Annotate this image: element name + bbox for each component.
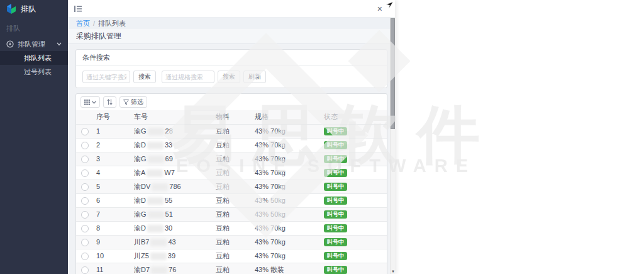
cell-material: 豆粕 xyxy=(211,207,250,221)
table-row[interactable]: 8 渝D30 豆粕 43% 70kg 叫号中 xyxy=(76,221,387,235)
cell-status: 叫号中 xyxy=(319,138,387,152)
cell-serial: 10 xyxy=(91,249,129,263)
table-row[interactable]: 11 渝D776 豆粕 43% 散装 叫号中 xyxy=(76,263,387,274)
cell-plate: 渝D776 xyxy=(129,263,211,274)
columns-button[interactable] xyxy=(80,96,100,108)
refresh-button[interactable]: 刷新 xyxy=(243,71,266,83)
header-status: 状态 xyxy=(319,110,387,124)
cell-material: 豆粕 xyxy=(211,221,250,235)
cell-material: 豆粕 xyxy=(211,235,250,249)
plate-redaction xyxy=(148,128,164,135)
status-badge: 叫号中 xyxy=(324,252,347,260)
breadcrumb-current: 排队列表 xyxy=(98,19,126,28)
cell-material: 豆粕 xyxy=(211,193,250,207)
cell-plate: 渝D33 xyxy=(129,138,211,152)
row-radio[interactable] xyxy=(81,142,89,149)
keyword-search-button[interactable]: 搜索 xyxy=(133,71,156,83)
table-row[interactable]: 2 渝D33 豆粕 43% 70kg 叫号中 xyxy=(76,138,387,152)
cell-select xyxy=(76,207,91,221)
cell-status: 叫号中 xyxy=(319,152,387,166)
row-radio[interactable] xyxy=(81,211,89,219)
breadcrumb-separator: / xyxy=(93,20,95,27)
header-spec: 规格 xyxy=(250,110,319,124)
scrollbar-thumb[interactable] xyxy=(391,18,395,129)
plate-redaction xyxy=(150,239,167,246)
cell-spec: 43% 50kg xyxy=(250,193,319,207)
table-row[interactable]: 5 渝DV786 豆粕 43% 70kg 叫号中 xyxy=(76,180,387,193)
sidebar-group-label: 排队管理 xyxy=(18,40,45,49)
row-radio[interactable] xyxy=(81,183,89,191)
app-logo-icon xyxy=(6,4,16,14)
table-row[interactable]: 3 渝G69 豆粕 43% 70kg 叫号中 xyxy=(76,152,387,166)
navigate-icon xyxy=(6,40,14,48)
row-radio[interactable] xyxy=(81,197,89,205)
main-area: × 首页 / 排队列表 采购排队管理 条件搜索 搜索 搜索 xyxy=(68,0,644,274)
cell-plate: 渝G69 xyxy=(129,152,211,166)
vertical-scrollbar[interactable]: ▾ xyxy=(390,18,395,274)
status-badge: 叫号中 xyxy=(324,210,347,219)
cell-status: 叫号中 xyxy=(319,124,387,138)
spec-search-input[interactable] xyxy=(162,71,214,83)
cell-select xyxy=(76,138,91,152)
close-icon[interactable]: × xyxy=(377,4,382,13)
header-material: 物料 xyxy=(211,110,250,124)
app-title: 排队 xyxy=(21,4,36,14)
plate-redaction xyxy=(152,183,168,191)
cell-status: 叫号中 xyxy=(319,263,387,274)
sidebar-item-skipped-list[interactable]: 过号列表 xyxy=(0,65,68,79)
cell-serial: 4 xyxy=(91,166,129,180)
cell-material: 豆粕 xyxy=(211,166,250,180)
row-radio[interactable] xyxy=(81,266,89,274)
cell-serial: 8 xyxy=(91,221,129,235)
panel-content: 条件搜索 搜索 搜索 刷新 xyxy=(68,44,395,274)
search-card-body: 搜索 搜索 刷新 xyxy=(76,66,387,88)
cell-plate: 渝DV786 xyxy=(129,180,211,193)
row-radio[interactable] xyxy=(81,253,89,260)
spec-search-button[interactable]: 搜索 xyxy=(218,71,240,83)
cell-spec: 43% 70kg xyxy=(250,221,319,235)
table-card: 筛选 序号 车号 物料 xyxy=(75,93,387,274)
sidebar-item-queue-management[interactable]: 排队管理 xyxy=(0,37,68,51)
filter-button[interactable]: 筛选 xyxy=(119,96,147,108)
status-badge: 叫号中 xyxy=(324,169,347,177)
cell-serial: 7 xyxy=(91,207,129,221)
cell-select xyxy=(76,193,91,207)
status-badge: 叫号中 xyxy=(324,238,347,246)
table-row[interactable]: 10 川Z539 豆粕 43% 70kg 叫号中 xyxy=(76,249,387,263)
status-badge: 叫号中 xyxy=(324,197,347,205)
row-radio[interactable] xyxy=(81,225,89,232)
cell-serial: 3 xyxy=(91,152,129,166)
row-radio[interactable] xyxy=(81,169,89,177)
sort-button[interactable] xyxy=(103,96,116,108)
table-row[interactable]: 6 渝D55 豆粕 43% 50kg 叫号中 xyxy=(76,193,387,207)
cell-spec: 43% 70kg xyxy=(250,152,319,166)
cell-material: 豆粕 xyxy=(211,152,250,166)
sidebar-item-queue-list[interactable]: 排队列表 xyxy=(0,51,68,65)
cell-plate: 川Z539 xyxy=(129,249,211,263)
filter-icon xyxy=(123,100,129,105)
cell-material: 豆粕 xyxy=(211,249,250,263)
cell-spec: 43% 70kg xyxy=(250,180,319,193)
row-radio[interactable] xyxy=(81,239,89,246)
plate-redaction xyxy=(147,225,164,232)
cell-plate: 渝D55 xyxy=(129,193,211,207)
chevron-down-icon xyxy=(57,42,62,46)
breadcrumb-home-link[interactable]: 首页 xyxy=(76,19,90,28)
table-row[interactable]: 9 川B743 豆粕 43% 70kg 叫号中 xyxy=(76,235,387,249)
keyword-search-input[interactable] xyxy=(82,71,130,83)
menu-fold-icon[interactable] xyxy=(74,6,82,12)
cell-select xyxy=(76,152,91,166)
grid-icon xyxy=(84,100,90,105)
scrollbar-down-arrow[interactable]: ▾ xyxy=(391,269,396,274)
search-card: 条件搜索 搜索 搜索 刷新 xyxy=(75,49,387,88)
sidebar-item-label: 排队列表 xyxy=(24,54,52,62)
table-row[interactable]: 1 渝G28 豆粕 43% 70kg 叫号中 xyxy=(76,124,387,138)
queue-table: 序号 车号 物料 规格 状态 1 渝G28 豆粕 43% 70kg 叫号中 2 … xyxy=(76,110,387,274)
cell-serial: 5 xyxy=(91,180,129,193)
table-row[interactable]: 4 渝AW7 豆粕 43% 70kg 叫号中 xyxy=(76,166,387,180)
cell-serial: 2 xyxy=(91,138,129,152)
cell-select xyxy=(76,124,91,138)
row-radio[interactable] xyxy=(81,156,89,163)
table-row[interactable]: 7 渝G51 豆粕 43% 50kg 叫号中 xyxy=(76,207,387,221)
row-radio[interactable] xyxy=(81,128,89,135)
